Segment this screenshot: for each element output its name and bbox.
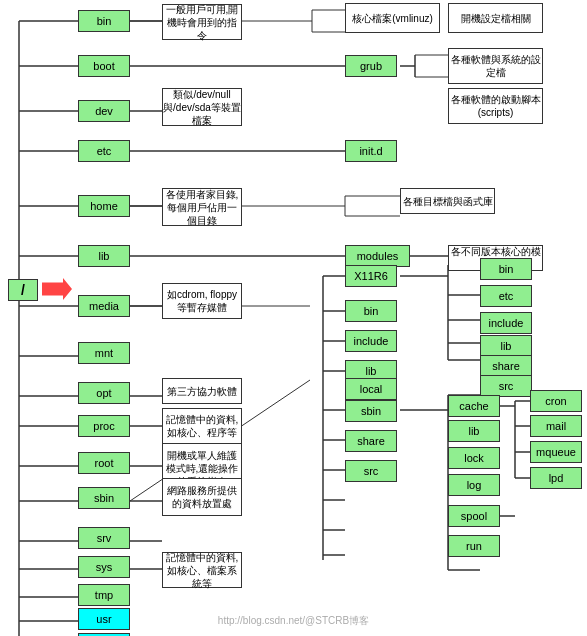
tmp-node: tmp (78, 584, 130, 606)
log-node: log (448, 474, 500, 496)
media-node: media (78, 295, 130, 317)
mqueue-node: mqueue (530, 441, 582, 463)
X11R6-node: X11R6 (345, 265, 397, 287)
proc-node: proc (78, 415, 130, 437)
vmlinuz-desc: 核心檔案(vmlinuz) (345, 3, 440, 33)
sys-desc: 記憶體中的資料,如核心、檔案系統等 (162, 552, 242, 588)
x11-bin-node: bin (345, 300, 397, 322)
usr-node: usr (78, 608, 130, 630)
spool-node: spool (448, 505, 500, 527)
r-src-node: src (480, 375, 532, 397)
etc-node: etc (78, 140, 130, 162)
r-share-node: share (480, 355, 532, 377)
lib2-node: lib (448, 420, 500, 442)
run-node: run (448, 535, 500, 557)
lib-node: lib (78, 245, 130, 267)
watermark: http://blog.csdn.net/@STCRB博客 (218, 614, 369, 628)
root-dir-node: root (78, 452, 130, 474)
boot-node: boot (78, 55, 130, 77)
modules-node: modules (345, 245, 410, 267)
proc-desc: 記憶體中的資料,如核心、程序等 (162, 408, 242, 444)
local-share-node: share (345, 430, 397, 452)
cron-node: cron (530, 390, 582, 412)
grub-right-desc1: 各種軟體與系統的設定檔 (448, 48, 543, 84)
local-src-node: src (345, 460, 397, 482)
mail-node: mail (530, 415, 582, 437)
bin-node: bin (78, 10, 130, 32)
filesystem-diagram: / bin boot dev etc home lib media mnt op… (0, 0, 587, 636)
home-node: home (78, 195, 130, 217)
sbin-node: sbin (78, 487, 130, 509)
targets-desc: 各種目標檔與函式庫 (400, 188, 495, 214)
cache-node: cache (448, 395, 500, 417)
mnt-node: mnt (78, 342, 130, 364)
bin-desc: 一般用戶可用,開機時會用到的指令 (162, 4, 242, 40)
x11-include-node: include (345, 330, 397, 352)
initd-node: init.d (345, 140, 397, 162)
lock-node: lock (448, 447, 500, 469)
grub-node: grub (345, 55, 397, 77)
sys-node: sys (78, 556, 130, 578)
r-bin-node: bin (480, 258, 532, 280)
media-desc: 如cdrom, floppy等暫存媒體 (162, 283, 242, 319)
dev-desc: 類似/dev/null與/dev/sda等裝置檔案 (162, 88, 242, 126)
home-desc: 各使用者家目錄,每個用戶佔用一個目錄 (162, 188, 242, 226)
r-etc-node: etc (480, 285, 532, 307)
opt-desc: 第三方協力軟體 (162, 378, 242, 404)
boot-right-desc1: 開機設定檔相關 (448, 3, 543, 33)
local-sbin-node: sbin (345, 400, 397, 422)
opt-node: opt (78, 382, 130, 404)
dev-node: dev (78, 100, 130, 122)
local-node: local (345, 378, 397, 400)
r-lib-node: lib (480, 335, 532, 357)
lpd-node: lpd (530, 467, 582, 489)
grub-right-desc2: 各種軟體的啟動腳本(scripts) (448, 88, 543, 124)
root-node: / (8, 279, 38, 301)
srv-node: srv (78, 527, 130, 549)
root-arrow (42, 278, 72, 300)
sbin-desc: 網路服務所提供的資料放置處 (162, 478, 242, 516)
r-include-node: include (480, 312, 532, 334)
